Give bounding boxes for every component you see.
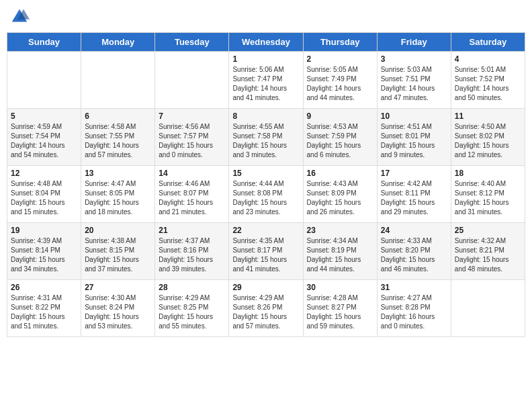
day-info: Sunrise: 4:30 AMSunset: 8:24 PMDaylight:… [85, 293, 151, 331]
day-number: 31 [381, 283, 447, 292]
day-info: Sunrise: 4:51 AMSunset: 8:01 PMDaylight:… [381, 122, 447, 160]
day-number: 15 [232, 169, 299, 178]
day-cell: 29Sunrise: 4:29 AMSunset: 8:26 PMDayligh… [229, 280, 303, 337]
day-cell: 15Sunrise: 4:44 AMSunset: 8:08 PMDayligh… [229, 166, 303, 223]
day-cell: 14Sunrise: 4:46 AMSunset: 8:07 PMDayligh… [155, 166, 229, 223]
day-info: Sunrise: 4:35 AMSunset: 8:17 PMDaylight:… [232, 236, 299, 274]
day-cell [81, 52, 155, 109]
day-info: Sunrise: 4:29 AMSunset: 8:25 PMDaylight:… [159, 293, 225, 331]
day-number: 6 [85, 111, 151, 121]
day-cell: 10Sunrise: 4:51 AMSunset: 8:01 PMDayligh… [377, 109, 451, 166]
day-number: 12 [11, 169, 77, 178]
day-info: Sunrise: 4:38 AMSunset: 8:15 PMDaylight:… [85, 236, 151, 274]
day-cell [155, 52, 229, 109]
page-header [7, 7, 525, 27]
day-header-friday: Friday [377, 33, 451, 52]
day-cell: 16Sunrise: 4:43 AMSunset: 8:09 PMDayligh… [303, 166, 377, 223]
day-header-monday: Monday [81, 33, 155, 52]
day-info: Sunrise: 4:50 AMSunset: 8:02 PMDaylight:… [455, 122, 521, 160]
day-number: 11 [455, 111, 521, 121]
logo [9, 7, 31, 27]
day-cell: 25Sunrise: 4:32 AMSunset: 8:21 PMDayligh… [451, 223, 525, 280]
day-cell: 20Sunrise: 4:38 AMSunset: 8:15 PMDayligh… [81, 223, 155, 280]
day-cell: 23Sunrise: 4:34 AMSunset: 8:19 PMDayligh… [303, 223, 377, 280]
day-cell: 9Sunrise: 4:53 AMSunset: 7:59 PMDaylight… [303, 109, 377, 166]
day-info: Sunrise: 5:01 AMSunset: 7:52 PMDaylight:… [455, 65, 521, 103]
day-number: 17 [381, 169, 447, 178]
header-row: SundayMondayTuesdayWednesdayThursdayFrid… [7, 33, 525, 52]
day-cell: 8Sunrise: 4:55 AMSunset: 7:58 PMDaylight… [229, 109, 303, 166]
week-row-3: 12Sunrise: 4:48 AMSunset: 8:04 PMDayligh… [7, 166, 525, 223]
day-cell: 18Sunrise: 4:40 AMSunset: 8:12 PMDayligh… [451, 166, 525, 223]
day-number: 10 [381, 111, 447, 121]
week-row-1: 1Sunrise: 5:06 AMSunset: 7:47 PMDaylight… [7, 52, 525, 109]
day-info: Sunrise: 5:03 AMSunset: 7:51 PMDaylight:… [381, 65, 447, 103]
day-cell: 3Sunrise: 5:03 AMSunset: 7:51 PMDaylight… [377, 52, 451, 109]
day-number: 1 [232, 54, 299, 64]
day-cell: 11Sunrise: 4:50 AMSunset: 8:02 PMDayligh… [451, 109, 525, 166]
day-cell: 7Sunrise: 4:56 AMSunset: 7:57 PMDaylight… [155, 109, 229, 166]
day-cell: 12Sunrise: 4:48 AMSunset: 8:04 PMDayligh… [7, 166, 81, 223]
day-info: Sunrise: 5:05 AMSunset: 7:49 PMDaylight:… [307, 65, 373, 103]
day-number: 26 [11, 283, 77, 292]
day-number: 21 [159, 226, 225, 235]
day-info: Sunrise: 4:29 AMSunset: 8:26 PMDaylight:… [232, 293, 299, 331]
day-cell: 17Sunrise: 4:42 AMSunset: 8:11 PMDayligh… [377, 166, 451, 223]
day-number: 20 [85, 226, 151, 235]
week-row-5: 26Sunrise: 4:31 AMSunset: 8:22 PMDayligh… [7, 280, 525, 337]
day-info: Sunrise: 4:34 AMSunset: 8:19 PMDaylight:… [307, 236, 373, 274]
day-info: Sunrise: 4:58 AMSunset: 7:55 PMDaylight:… [85, 122, 151, 160]
day-info: Sunrise: 4:44 AMSunset: 8:08 PMDaylight:… [232, 179, 299, 217]
day-info: Sunrise: 4:53 AMSunset: 7:59 PMDaylight:… [307, 122, 373, 160]
day-cell: 27Sunrise: 4:30 AMSunset: 8:24 PMDayligh… [81, 280, 155, 337]
day-cell: 1Sunrise: 5:06 AMSunset: 7:47 PMDaylight… [229, 52, 303, 109]
day-cell: 2Sunrise: 5:05 AMSunset: 7:49 PMDaylight… [303, 52, 377, 109]
week-row-4: 19Sunrise: 4:39 AMSunset: 8:14 PMDayligh… [7, 223, 525, 280]
day-number: 29 [232, 283, 299, 292]
day-number: 22 [232, 226, 299, 235]
day-info: Sunrise: 4:56 AMSunset: 7:57 PMDaylight:… [159, 122, 225, 160]
day-number: 2 [307, 54, 373, 64]
day-info: Sunrise: 4:55 AMSunset: 7:58 PMDaylight:… [232, 122, 299, 160]
day-info: Sunrise: 4:39 AMSunset: 8:14 PMDaylight:… [11, 236, 77, 274]
week-row-2: 5Sunrise: 4:59 AMSunset: 7:54 PMDaylight… [7, 109, 525, 166]
day-number: 23 [307, 226, 373, 235]
day-cell: 24Sunrise: 4:33 AMSunset: 8:20 PMDayligh… [377, 223, 451, 280]
day-cell: 4Sunrise: 5:01 AMSunset: 7:52 PMDaylight… [451, 52, 525, 109]
day-cell: 26Sunrise: 4:31 AMSunset: 8:22 PMDayligh… [7, 280, 81, 337]
day-cell: 28Sunrise: 4:29 AMSunset: 8:25 PMDayligh… [155, 280, 229, 337]
day-header-thursday: Thursday [303, 33, 377, 52]
day-cell: 30Sunrise: 4:28 AMSunset: 8:27 PMDayligh… [303, 280, 377, 337]
day-info: Sunrise: 4:47 AMSunset: 8:05 PMDaylight:… [85, 179, 151, 217]
day-info: Sunrise: 4:31 AMSunset: 8:22 PMDaylight:… [11, 293, 77, 331]
day-cell: 6Sunrise: 4:58 AMSunset: 7:55 PMDaylight… [81, 109, 155, 166]
day-info: Sunrise: 4:27 AMSunset: 8:28 PMDaylight:… [381, 293, 447, 331]
day-header-wednesday: Wednesday [229, 33, 303, 52]
day-cell: 19Sunrise: 4:39 AMSunset: 8:14 PMDayligh… [7, 223, 81, 280]
day-number: 28 [159, 283, 225, 292]
day-header-tuesday: Tuesday [155, 33, 229, 52]
day-number: 18 [455, 169, 521, 178]
day-info: Sunrise: 4:28 AMSunset: 8:27 PMDaylight:… [307, 293, 373, 331]
calendar-table: SundayMondayTuesdayWednesdayThursdayFrid… [7, 32, 525, 337]
day-number: 19 [11, 226, 77, 235]
day-header-saturday: Saturday [451, 33, 525, 52]
day-info: Sunrise: 4:48 AMSunset: 8:04 PMDaylight:… [11, 179, 77, 217]
day-info: Sunrise: 5:06 AMSunset: 7:47 PMDaylight:… [232, 65, 299, 103]
day-info: Sunrise: 4:42 AMSunset: 8:11 PMDaylight:… [381, 179, 447, 217]
day-number: 13 [85, 169, 151, 178]
day-number: 16 [307, 169, 373, 178]
day-number: 30 [307, 283, 373, 292]
day-info: Sunrise: 4:43 AMSunset: 8:09 PMDaylight:… [307, 179, 373, 217]
day-number: 8 [232, 111, 299, 121]
day-number: 25 [455, 226, 521, 235]
day-info: Sunrise: 4:46 AMSunset: 8:07 PMDaylight:… [159, 179, 225, 217]
day-cell: 13Sunrise: 4:47 AMSunset: 8:05 PMDayligh… [81, 166, 155, 223]
day-info: Sunrise: 4:59 AMSunset: 7:54 PMDaylight:… [11, 122, 77, 160]
day-number: 14 [159, 169, 225, 178]
day-number: 7 [159, 111, 225, 121]
day-cell: 21Sunrise: 4:37 AMSunset: 8:16 PMDayligh… [155, 223, 229, 280]
logo-icon [9, 7, 30, 27]
day-cell: 31Sunrise: 4:27 AMSunset: 8:28 PMDayligh… [377, 280, 451, 337]
day-number: 3 [381, 54, 447, 64]
